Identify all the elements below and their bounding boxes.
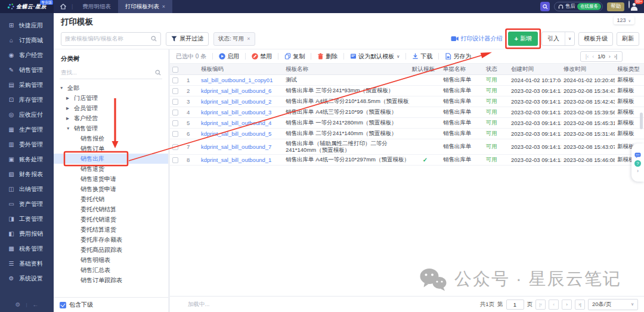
row-checkbox[interactable]: [172, 110, 178, 116]
tab-2[interactable]: 打印模板列表×: [118, 0, 172, 13]
sidebar-item-出纳管理[interactable]: ◫ 出纳管理: [0, 182, 54, 196]
sidebar-item-应收应付[interactable]: ◎ 应收应付: [0, 107, 54, 122]
tree-node-销售退货申请[interactable]: 销售退货申请: [54, 174, 168, 184]
sidebar-item-委外管理[interactable]: ▥ 委外管理: [0, 137, 54, 152]
chevron-right-icon[interactable]: ›: [637, 169, 639, 173]
set-default-template-button[interactable]: 设为默认模板 ∨: [350, 52, 400, 61]
tree-node-客户经营[interactable]: ▶ 客户经营: [54, 113, 168, 123]
tree-node-销售明细表[interactable]: 销售明细表: [54, 255, 168, 265]
sidebar-item-税务管理[interactable]: ▩ 税务管理: [0, 241, 54, 256]
disable-button[interactable]: 禁用: [252, 52, 272, 61]
tree-node-委托代销退货[interactable]: 委托代销退货: [54, 214, 168, 224]
after-sales-service-button[interactable]: 售后 在线服务: [554, 2, 603, 11]
next-page-button[interactable]: ›: [562, 299, 572, 310]
tree-node-全部[interactable]: ▼ 全部: [54, 83, 168, 93]
template-code-link[interactable]: kdprint_sal_bill_outbound_7: [201, 143, 271, 150]
print-designer-intro-link[interactable]: 打印设计器介绍: [451, 35, 502, 43]
row-checkbox[interactable]: [172, 157, 178, 163]
sidebar-item-账务处理[interactable]: ▣ 账务处理: [0, 152, 54, 167]
tree-node-销售汇总表[interactable]: 销售汇总表: [54, 265, 168, 275]
tree-node-销售报价[interactable]: 销售报价: [54, 133, 168, 143]
template-code-link[interactable]: kdprint_sal_bill_outbound_5: [201, 130, 271, 137]
row-checkbox[interactable]: [172, 77, 178, 83]
page-size-select[interactable]: 20条/页 ∨: [588, 299, 638, 310]
template-upgrade-button[interactable]: 模板升级: [578, 32, 613, 46]
tree-node-委托商品跟踪表[interactable]: 委托商品跟踪表: [54, 245, 168, 255]
copy-button[interactable]: 复制: [284, 52, 305, 61]
sidebar-item-费用报销[interactable]: ◧ 费用报销: [0, 226, 54, 241]
template-code-link[interactable]: sal_bill_outbound_1_copy01: [201, 77, 273, 83]
row-checkbox[interactable]: [172, 99, 178, 105]
delete-button[interactable]: 删除: [317, 52, 338, 61]
sidebar-item-采购管理[interactable]: ▤ 采购管理: [0, 77, 54, 92]
tab-1[interactable]: 费用明细表: [75, 0, 118, 13]
row-checkbox[interactable]: [172, 131, 178, 137]
chat-icon[interactable]: [634, 152, 641, 158]
status-filter-tag[interactable]: 状态: 可用 ×: [213, 32, 255, 46]
expand-filter-button[interactable]: 展开过滤: [166, 32, 209, 46]
tree-node-销售订单[interactable]: 销售订单: [54, 143, 168, 154]
help-button[interactable]: 帮助: [607, 2, 624, 11]
row-checkbox[interactable]: [172, 144, 178, 150]
sidebar-item-系统设置[interactable]: ⚙ 系统设置: [0, 271, 54, 286]
sidebar-item-资产管理[interactable]: ▭ 资产管理: [0, 196, 54, 211]
sidebar-settings-icon[interactable]: ⚙: [15, 301, 20, 308]
sidebar-item-销售管理[interactable]: ✎ 销售管理: [0, 63, 54, 77]
sidebar-item-财务报表[interactable]: ▧ 财务报表: [0, 167, 54, 182]
refresh-button[interactable]: 刷新: [617, 32, 639, 46]
tree-search-input[interactable]: 查找...: [60, 67, 162, 79]
sidebar-collapse-icon[interactable]: ←: [33, 301, 39, 308]
first-page-button[interactable]: |‹: [535, 299, 546, 310]
tree-node-委托结算退货[interactable]: 委托结算退货: [54, 224, 168, 235]
template-code-link[interactable]: kdprint_sal_bill_outbound_1: [201, 157, 271, 163]
import-button[interactable]: 引入: [542, 32, 565, 45]
tree-node-销售出库[interactable]: 销售出库: [54, 154, 168, 164]
next-page-icon[interactable]: ›: [609, 54, 611, 60]
sidebar-item-工资管理[interactable]: ◨ 工资管理: [0, 211, 54, 226]
global-search-button[interactable]: [540, 2, 550, 11]
row-checkbox[interactable]: [172, 88, 178, 94]
sidebar-item-订货商城[interactable]: ⌂ 订货商城: [0, 33, 54, 48]
tab-close-icon[interactable]: ×: [162, 4, 165, 10]
chevron-down-icon[interactable]: ∨: [565, 32, 574, 45]
tree-node-委托库存余额表[interactable]: 委托库存余额表: [54, 235, 168, 245]
cashier-icon: ◫: [8, 186, 15, 193]
sidebar-item-基础资料[interactable]: ☰ 基础资料: [0, 256, 54, 271]
select-all-checkbox[interactable]: [172, 67, 178, 73]
template-code-link[interactable]: kdprint_sal_bill_outbound_3: [201, 109, 271, 116]
question-icon[interactable]: ?: [634, 160, 641, 167]
row-checkbox[interactable]: [172, 120, 178, 126]
tree-node-委托代销[interactable]: 委托代销: [54, 194, 168, 204]
save-as-button[interactable]: 另存为: [445, 52, 471, 61]
add-button[interactable]: + 新增: [508, 32, 537, 46]
sidebar-item-库存管理[interactable]: ⊡ 库存管理: [0, 92, 54, 107]
first-page-icon[interactable]: |‹: [586, 54, 589, 60]
tree-node-门店管理[interactable]: ▶ 门店管理: [54, 93, 168, 103]
last-page-button[interactable]: ›|: [575, 299, 585, 310]
page-number-input[interactable]: 1: [506, 299, 524, 310]
template-search-input[interactable]: 搜索模板编码/模板名称: [61, 32, 161, 46]
count-dropdown[interactable]: 123 ∨: [614, 16, 634, 24]
tree-node-销售退货[interactable]: 销售退货: [54, 164, 168, 174]
template-code-link[interactable]: kdprint_sal_bill_outbound_4: [201, 120, 271, 126]
tree-node-销售管理[interactable]: ▼ 销售管理: [54, 123, 168, 133]
scrollbar-thumb[interactable]: [640, 113, 643, 129]
sidebar-item-客户经营[interactable]: ◉ 客户经营: [0, 48, 54, 63]
enable-button[interactable]: 启用: [219, 52, 239, 61]
tree-node-会员管理[interactable]: ▶ 会员管理: [54, 103, 168, 113]
prev-page-icon[interactable]: ‹: [592, 54, 594, 60]
close-icon[interactable]: ×: [247, 36, 250, 42]
template-code-link[interactable]: kdprint_sal_bill_outbound_6: [201, 88, 271, 94]
user-avatar[interactable]: 99+: [628, 1, 639, 12]
include-sub-checkbox[interactable]: [60, 302, 66, 308]
tree-node-销售订单跟踪表[interactable]: 销售订单跟踪表: [54, 275, 168, 285]
sidebar-item-快捷应用[interactable]: ⊞ 快捷应用: [0, 18, 54, 33]
template-code-link[interactable]: kdprint_sal_bill_outbound_2: [201, 98, 271, 105]
sidebar-item-生产管理[interactable]: ▦ 生产管理: [0, 122, 54, 137]
tree-node-销售换货申请[interactable]: 销售换货申请: [54, 184, 168, 194]
tree-node-委托代销结算[interactable]: 委托代销结算: [54, 204, 168, 214]
home-icon[interactable]: [60, 3, 67, 10]
last-page-icon[interactable]: ›|: [614, 54, 617, 60]
download-button[interactable]: 下载: [412, 52, 432, 61]
prev-page-button[interactable]: ‹: [549, 299, 559, 310]
